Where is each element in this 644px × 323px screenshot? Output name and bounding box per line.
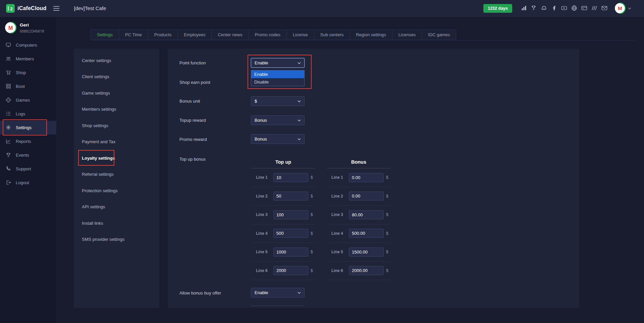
amount-input[interactable] xyxy=(273,173,308,182)
currency-suffix: $ xyxy=(311,268,313,273)
settings-nav-item-members-settings[interactable]: Members settings xyxy=(74,101,159,118)
user-avatar: M xyxy=(5,22,16,34)
discord-icon[interactable] xyxy=(541,5,547,11)
dropdown-option-disable[interactable]: Disable xyxy=(251,78,304,86)
header-right: 1232 days M xyxy=(483,3,644,14)
sidebar-item-logs[interactable]: Logs xyxy=(0,107,56,121)
dropdown-option-enable[interactable]: Enable xyxy=(251,70,304,78)
shop-earn-point-label: Shop earn point xyxy=(179,80,248,85)
chevron-down-icon xyxy=(298,119,301,121)
sidebar-item-settings[interactable]: Settings xyxy=(0,121,56,134)
sidebar-item-shop[interactable]: Shop xyxy=(0,66,56,79)
amount-input[interactable] xyxy=(349,248,384,257)
hamburger-menu-button[interactable] xyxy=(51,4,62,13)
point-function-select[interactable]: Enable xyxy=(251,58,305,68)
sidebar-item-label: Games xyxy=(16,98,30,103)
sidebar-user[interactable]: M Geri 008812345678 xyxy=(0,17,56,38)
mail-icon[interactable] xyxy=(601,5,608,11)
layers-icon[interactable] xyxy=(591,5,598,11)
page-title: [dev]Test Cafe xyxy=(74,5,106,11)
settings-nav-item-payment-and-tax[interactable]: Payment and Tax xyxy=(74,134,159,150)
allow-bonus-buy-offer-label: Allow bonus buy offer xyxy=(179,290,248,295)
sidebar-item-label: Support xyxy=(16,166,31,171)
sidebar-item-members[interactable]: Members xyxy=(0,52,56,66)
chart-icon xyxy=(6,139,11,144)
promo-reward-select[interactable]: Bonus xyxy=(251,134,305,144)
amount-input[interactable] xyxy=(273,210,308,219)
globe-icon[interactable] xyxy=(571,5,578,11)
sidebar-item-reports[interactable]: Reports xyxy=(0,134,56,148)
amount-input[interactable] xyxy=(349,192,384,201)
tab-settings[interactable]: Settings xyxy=(91,30,119,40)
settings-nav-item-install-links[interactable]: Install links xyxy=(74,215,159,231)
tab-licenses[interactable]: Licenses xyxy=(392,30,422,40)
gear-icon xyxy=(6,125,11,130)
line-label: Line 5 xyxy=(331,250,349,254)
tab-license[interactable]: License xyxy=(286,30,314,40)
svg-text:M: M xyxy=(618,5,622,11)
tab-divider xyxy=(90,40,635,41)
settings-nav-item-client-settings[interactable]: Client settings xyxy=(74,69,159,85)
tab-employees[interactable]: Employees xyxy=(177,30,211,40)
amount-input[interactable] xyxy=(273,229,308,238)
settings-nav-item-referral-settings[interactable]: Referral settings xyxy=(74,166,159,183)
tab-sub-centers[interactable]: Sub centers xyxy=(314,30,350,40)
tab-products[interactable]: Products xyxy=(148,30,177,40)
brand[interactable]: 2 iCafeCloud xyxy=(0,4,46,13)
settings-nav-item-shop-settings[interactable]: Shop settings xyxy=(74,117,159,134)
line-label: Line 5 xyxy=(256,250,273,254)
line-label: Line 1 xyxy=(331,175,349,180)
chevron-down-icon xyxy=(628,7,631,9)
currency-suffix: $ xyxy=(386,250,388,254)
topup-reward-select[interactable]: Bonus xyxy=(251,115,305,125)
sidebar-item-computers[interactable]: Computers xyxy=(0,38,56,52)
user-menu[interactable]: M xyxy=(614,3,631,14)
bonus-unit-select[interactable]: $ xyxy=(251,96,305,106)
tab-promo-codes[interactable]: Promo codes xyxy=(248,30,286,40)
amount-input[interactable] xyxy=(349,266,384,275)
top-up-bonus-label: Top up bonus xyxy=(179,157,248,162)
topup-reward-value: Bonus xyxy=(255,118,267,123)
amount-input[interactable] xyxy=(273,192,308,201)
amount-input[interactable] xyxy=(349,173,384,182)
tab-region-settings[interactable]: Region settings xyxy=(350,30,392,40)
settings-nav-item-center-settings[interactable]: Center settings xyxy=(74,52,159,69)
sidebar-item-support[interactable]: Support xyxy=(0,162,56,176)
settings-nav-item-sms-provider-settings[interactable]: SMS provider settings xyxy=(74,231,159,248)
line-label: Line 4 xyxy=(331,231,349,236)
amount-input[interactable] xyxy=(349,210,384,219)
tab-idc-games[interactable]: IDC games xyxy=(422,30,456,40)
table-row: Line 1$ xyxy=(327,168,390,187)
facebook-icon[interactable] xyxy=(551,5,557,11)
main-content: SettingsPC TimeProductsEmployeesCenter n… xyxy=(56,17,644,323)
analytics-icon[interactable] xyxy=(521,5,527,11)
table-row: Line 4$ xyxy=(327,224,390,243)
currency-suffix: $ xyxy=(311,212,313,217)
trophy-icon[interactable] xyxy=(531,5,537,11)
allow-bonus-buy-offer-select[interactable]: Enable xyxy=(251,288,305,298)
tab-center-news[interactable]: Center news xyxy=(211,30,248,40)
settings-nav-item-game-settings[interactable]: Game settings xyxy=(74,85,159,101)
bonus-unit-value: $ xyxy=(255,99,257,104)
tab-pc-time[interactable]: PC Time xyxy=(119,30,148,40)
amount-input[interactable] xyxy=(349,229,384,238)
sidebar-item-events[interactable]: Events xyxy=(0,148,56,162)
sidebar-menu: ComputersMembersShopBootGamesLogsSetting… xyxy=(0,38,56,190)
currency-suffix: $ xyxy=(311,250,313,254)
clipped-next-control xyxy=(251,306,305,306)
table-row: Line 2$ xyxy=(327,187,390,206)
sidebar-item-boot[interactable]: Boot xyxy=(0,79,56,93)
days-badge[interactable]: 1232 days xyxy=(483,4,512,13)
billing-icon[interactable] xyxy=(581,5,588,11)
youtube-icon[interactable] xyxy=(561,5,568,11)
sidebar-item-logout[interactable]: Logout xyxy=(0,176,56,190)
amount-input[interactable] xyxy=(273,266,308,275)
sidebar-item-games[interactable]: Games xyxy=(0,93,56,107)
sidebar-item-label: Events xyxy=(16,153,29,158)
settings-nav-item-loyalty-settings[interactable]: Loyalty settings xyxy=(74,150,159,166)
settings-nav-item-protection-settings[interactable]: Protection settings xyxy=(74,182,159,199)
table-row: Line 6$ xyxy=(252,262,315,280)
amount-input[interactable] xyxy=(273,248,308,257)
settings-nav-item-api-settings[interactable]: API settings xyxy=(74,199,159,215)
svg-text:M: M xyxy=(8,25,13,31)
